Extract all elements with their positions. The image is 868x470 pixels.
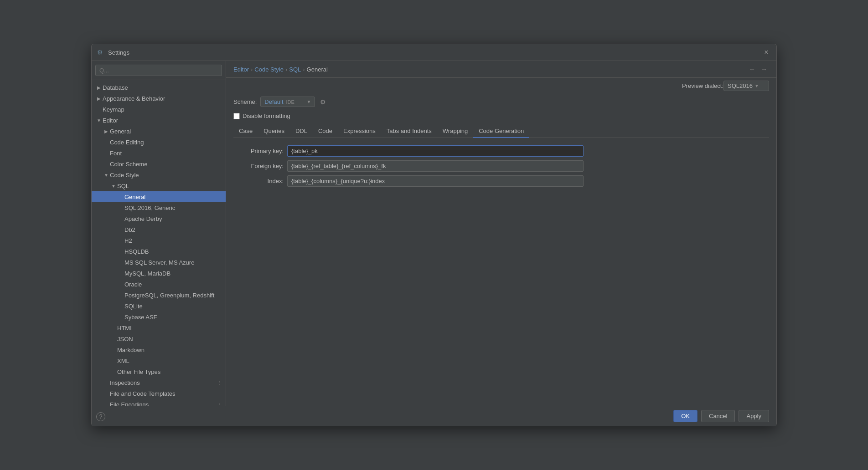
- tab-tabs-indents[interactable]: Tabs and Indents: [381, 125, 437, 138]
- search-box: [92, 61, 226, 80]
- sidebar-item-appearance-behavior[interactable]: Appearance & Behavior: [92, 93, 226, 104]
- sidebar-item-keymap[interactable]: Keymap: [92, 104, 226, 115]
- sidebar-label-hsqldb: HSQLDB: [124, 248, 222, 255]
- index-row: Index:: [233, 175, 769, 187]
- sidebar-label-db2: Db2: [124, 226, 222, 233]
- nav-back-button[interactable]: ←: [747, 65, 757, 74]
- sidebar-label-editor: Editor: [103, 117, 222, 124]
- breadcrumb-item-0[interactable]: Editor: [233, 66, 249, 73]
- help-button[interactable]: ?: [96, 412, 105, 421]
- preview-dialect-select[interactable]: SQL2016 ▼: [723, 81, 769, 91]
- foreign-key-label: Foreign key:: [233, 163, 284, 169]
- preview-dialect-value: SQL2016: [728, 82, 753, 89]
- sidebar-item-code-editing[interactable]: Code Editing: [92, 137, 226, 148]
- tab-case[interactable]: Case: [233, 125, 258, 138]
- sidebar-item-sql-2016-generic[interactable]: SQL:2016, Generic: [92, 202, 226, 213]
- breadcrumb-item-1[interactable]: Code Style: [254, 66, 284, 73]
- sidebar-label-inspections: Inspections: [110, 379, 217, 386]
- sidebar-item-database[interactable]: Database: [92, 82, 226, 93]
- sidebar-label-font: Font: [110, 150, 222, 157]
- breadcrumb-separator-0: ›: [251, 66, 253, 73]
- sidebar-item-json[interactable]: JSON: [92, 333, 226, 344]
- sidebar-label-database: Database: [103, 84, 222, 91]
- breadcrumb-separator-2: ›: [303, 66, 305, 73]
- sidebar-item-inspections[interactable]: Inspections⋮: [92, 377, 226, 388]
- sidebar-label-apache-derby: Apache Derby: [124, 215, 222, 222]
- sidebar-label-sybase-ase: Sybase ASE: [124, 314, 222, 321]
- tree-arrow-database: [95, 84, 103, 91]
- sidebar-label-json: JSON: [117, 336, 222, 342]
- main-content: Editor›Code Style›SQL›General ← → Previe…: [226, 61, 776, 406]
- apply-button[interactable]: Apply: [739, 410, 769, 422]
- sidebar-item-db2[interactable]: Db2: [92, 224, 226, 235]
- sidebar-item-file-encodings[interactable]: File Encodings⋮: [92, 399, 226, 406]
- tree-arrow-general: [103, 128, 110, 135]
- index-input[interactable]: [287, 175, 584, 187]
- tree-arrow-appearance-behavior: [95, 95, 103, 102]
- tree-arrow-sql: [110, 182, 117, 189]
- sidebar-label-other-file-types: Other File Types: [117, 368, 222, 375]
- sidebar-item-mysql-mariadb[interactable]: MySQL, MariaDB: [92, 268, 226, 279]
- breadcrumb: Editor›Code Style›SQL›General ← →: [226, 61, 776, 78]
- dialog-body: DatabaseAppearance & BehaviorKeymapEdito…: [92, 61, 776, 406]
- sidebar-label-appearance-behavior: Appearance & Behavior: [103, 95, 222, 102]
- sidebar-label-ms-sql-server: MS SQL Server, MS Azure: [124, 259, 222, 266]
- sidebar-item-other-file-types[interactable]: Other File Types: [92, 366, 226, 377]
- sidebar-item-markdown[interactable]: Markdown: [92, 344, 226, 355]
- sidebar-item-xml[interactable]: XML: [92, 355, 226, 366]
- content-wrapper: Preview dialect: SQL2016 ▼ Scheme: Defau…: [226, 78, 776, 406]
- sidebar-label-file-code-templates: File and Code Templates: [110, 390, 222, 397]
- sidebar-item-h2[interactable]: H2: [92, 235, 226, 246]
- close-button[interactable]: ×: [762, 48, 771, 57]
- window-title: Settings: [108, 49, 762, 56]
- sidebar-label-sql-general: General: [124, 194, 222, 200]
- top-right-area: Preview dialect: SQL2016 ▼: [226, 78, 776, 91]
- tab-expressions[interactable]: Expressions: [338, 125, 381, 138]
- sidebar-item-code-style[interactable]: Code Style: [92, 169, 226, 180]
- sidebar-item-editor[interactable]: Editor: [92, 115, 226, 126]
- sidebar-label-color-scheme: Color Scheme: [110, 161, 222, 168]
- sidebar-label-sql-2016-generic: SQL:2016, Generic: [124, 204, 222, 211]
- tab-ddl[interactable]: DDL: [290, 125, 313, 138]
- tabs-bar: CaseQueriesDDLCodeExpressionsTabs and In…: [233, 125, 769, 138]
- sidebar-label-markdown: Markdown: [117, 347, 222, 353]
- scheme-gear-icon[interactable]: ⚙: [319, 97, 327, 107]
- settings-icon: ⚙: [97, 49, 104, 56]
- cancel-button[interactable]: Cancel: [701, 410, 735, 422]
- sidebar-label-sqlite: SQLite: [124, 303, 222, 310]
- foreign-key-input[interactable]: [287, 160, 584, 172]
- breadcrumb-item-2[interactable]: SQL: [289, 66, 301, 73]
- sidebar-item-html[interactable]: HTML: [92, 322, 226, 333]
- primary-key-row: Primary key:: [233, 145, 769, 157]
- sidebar-item-sybase-ase[interactable]: Sybase ASE: [92, 312, 226, 322]
- sidebar-item-color-scheme[interactable]: Color Scheme: [92, 158, 226, 169]
- scheme-select[interactable]: Default IDE ▼: [260, 97, 315, 107]
- scheme-value: Default: [264, 98, 283, 105]
- tab-queries[interactable]: Queries: [258, 125, 290, 138]
- tab-wrapping[interactable]: Wrapping: [437, 125, 473, 138]
- sidebar-item-sql[interactable]: SQL: [92, 180, 226, 191]
- sidebar-item-sqlite[interactable]: SQLite: [92, 301, 226, 312]
- sidebar-tree: DatabaseAppearance & BehaviorKeymapEdito…: [92, 80, 226, 406]
- sidebar-label-code-style: Code Style: [110, 172, 222, 179]
- tab-code-generation[interactable]: Code Generation: [473, 125, 529, 138]
- sidebar-item-sql-general[interactable]: General: [92, 191, 226, 202]
- sidebar-label-code-editing: Code Editing: [110, 139, 222, 146]
- form-area: Primary key: Foreign key: Index:: [233, 145, 769, 187]
- disable-formatting-checkbox[interactable]: [233, 113, 240, 119]
- nav-forward-button[interactable]: →: [759, 65, 769, 74]
- sidebar-item-hsqldb[interactable]: HSQLDB: [92, 246, 226, 257]
- sidebar-item-font[interactable]: Font: [92, 148, 226, 158]
- sidebar-item-postgresql[interactable]: PostgreSQL, Greenplum, Redshift: [92, 290, 226, 301]
- search-input[interactable]: [95, 65, 222, 76]
- tab-code[interactable]: Code: [313, 125, 338, 138]
- sidebar-item-file-code-templates[interactable]: File and Code Templates: [92, 388, 226, 399]
- sidebar-item-ms-sql-server[interactable]: MS SQL Server, MS Azure: [92, 257, 226, 268]
- primary-key-input[interactable]: [287, 145, 584, 157]
- ok-button[interactable]: OK: [673, 410, 698, 422]
- sidebar-item-apache-derby[interactable]: Apache Derby: [92, 213, 226, 224]
- disable-formatting-row: Disable formatting: [233, 112, 769, 119]
- primary-key-label: Primary key:: [233, 148, 284, 154]
- sidebar-item-general[interactable]: General: [92, 126, 226, 137]
- sidebar-item-oracle[interactable]: Oracle: [92, 279, 226, 290]
